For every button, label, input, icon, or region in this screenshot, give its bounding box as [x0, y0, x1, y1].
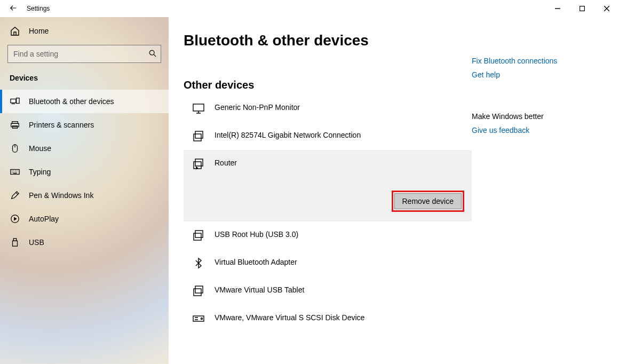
svg-rect-15: [195, 159, 203, 166]
sidebar-item-bluetooth[interactable]: Bluetooth & other devices: [0, 90, 169, 113]
settings-window: Settings Home Find a setting Devices: [0, 0, 619, 364]
pen-icon: [10, 191, 20, 200]
svg-rect-19: [195, 286, 203, 293]
svg-point-1: [149, 50, 154, 55]
sidebar-item-mouse[interactable]: Mouse: [0, 137, 169, 160]
device-label: Intel(R) 82574L Gigabit Network Connecti…: [215, 130, 361, 139]
window-controls: [545, 0, 619, 17]
svg-rect-0: [580, 6, 585, 11]
mouse-icon: [10, 144, 20, 153]
generic-device-icon: [191, 229, 206, 242]
link-get-help[interactable]: Get help: [472, 70, 605, 79]
sidebar-item-autoplay[interactable]: AutoPlay: [0, 207, 169, 231]
sidebar-group-label: Devices: [0, 74, 169, 90]
device-row-scsi[interactable]: VMware, VMware Virtual S SCSI Disk Devic…: [184, 305, 472, 333]
device-label: Virtual Bluetooth Adapter: [215, 257, 297, 266]
sidebar-item-label: Printers & scanners: [29, 121, 94, 129]
back-icon[interactable]: [10, 4, 17, 13]
svg-rect-10: [13, 239, 16, 241]
svg-rect-12: [193, 104, 204, 111]
highlight-box: Remove device: [392, 191, 465, 212]
generic-device-icon: [191, 284, 206, 297]
svg-rect-11: [13, 241, 18, 246]
monitor-icon: [191, 102, 206, 115]
device-label: USB Root Hub (USB 3.0): [215, 229, 298, 239]
svg-rect-17: [195, 231, 203, 238]
device-row-nic[interactable]: Intel(R) 82574L Gigabit Network Connecti…: [184, 122, 472, 150]
window-title: Settings: [27, 5, 50, 12]
aside: Fix Bluetooth connections Get help Make …: [472, 32, 605, 364]
main-pane: Bluetooth & other devices Other devices …: [169, 17, 619, 364]
sidebar-item-printers[interactable]: Printers & scanners: [0, 113, 169, 137]
generic-device-icon: [191, 157, 206, 170]
sidebar-home[interactable]: Home: [0, 19, 169, 43]
usb-icon: [10, 238, 20, 247]
sidebar-item-typing[interactable]: Typing: [0, 160, 169, 184]
svg-rect-14: [194, 134, 201, 141]
maximize-button[interactable]: [570, 0, 594, 17]
svg-rect-20: [194, 289, 201, 296]
sidebar-item-pen[interactable]: Pen & Windows Ink: [0, 184, 169, 207]
sidebar-item-label: Typing: [29, 168, 51, 176]
sidebar: Home Find a setting Devices Bluetooth & …: [0, 17, 169, 364]
sidebar-item-label: AutoPlay: [29, 215, 59, 223]
section-title: Other devices: [184, 79, 472, 91]
device-row-bt-adapter[interactable]: Virtual Bluetooth Adapter: [184, 249, 472, 277]
svg-point-22: [201, 318, 203, 320]
sidebar-item-label: Pen & Windows Ink: [29, 191, 93, 200]
close-button[interactable]: [594, 0, 619, 17]
link-fix-bluetooth[interactable]: Fix Bluetooth connections: [472, 57, 605, 65]
sidebar-home-label: Home: [29, 27, 49, 35]
generic-device-icon: [191, 130, 206, 143]
sidebar-item-label: Mouse: [29, 144, 51, 153]
disk-icon: [191, 312, 206, 325]
remove-device-button[interactable]: Remove device: [394, 193, 462, 209]
search-placeholder: Find a setting: [13, 50, 58, 58]
device-row-usb-tablet[interactable]: VMware Virtual USB Tablet: [184, 277, 472, 305]
make-windows-better-label: Make Windows better: [472, 112, 605, 121]
sidebar-item-usb[interactable]: USB: [0, 231, 169, 254]
page-title: Bluetooth & other devices: [184, 32, 472, 49]
titlebar: Settings: [0, 0, 619, 17]
autoplay-icon: [10, 214, 20, 224]
link-give-feedback[interactable]: Give us feedback: [472, 126, 605, 134]
search-input[interactable]: Find a setting: [7, 45, 161, 63]
device-label: Generic Non-PnP Monitor: [215, 102, 300, 112]
devices-icon: [10, 97, 20, 106]
device-row-usb-hub[interactable]: USB Root Hub (USB 3.0): [184, 221, 472, 249]
sidebar-item-label: USB: [29, 238, 44, 247]
device-label: Router: [215, 157, 237, 167]
minimize-button[interactable]: [545, 0, 570, 17]
device-row-monitor[interactable]: Generic Non-PnP Monitor: [184, 94, 472, 122]
keyboard-icon: [10, 167, 20, 177]
device-row-router[interactable]: Router Remove device: [184, 150, 472, 221]
device-label: VMware Virtual USB Tablet: [215, 284, 304, 294]
bluetooth-icon: [191, 257, 206, 270]
sidebar-item-label: Bluetooth & other devices: [29, 97, 114, 106]
svg-rect-2: [11, 99, 16, 103]
search-icon: [149, 50, 156, 59]
printer-icon: [10, 120, 20, 130]
svg-rect-13: [195, 131, 203, 138]
home-icon: [10, 26, 20, 36]
device-label: VMware, VMware Virtual S SCSI Disk Devic…: [215, 312, 364, 322]
svg-rect-18: [194, 233, 201, 240]
svg-rect-3: [17, 98, 19, 104]
